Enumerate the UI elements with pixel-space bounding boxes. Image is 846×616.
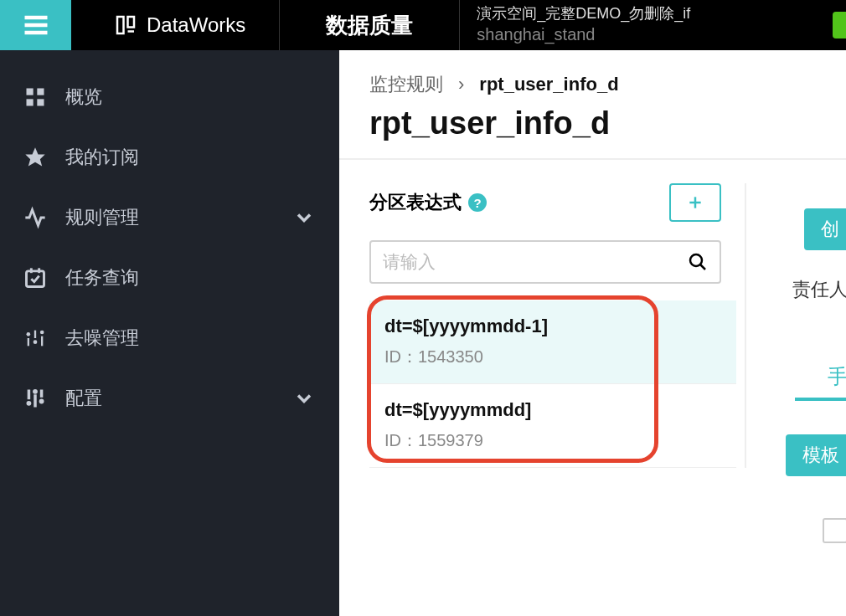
settings-icon: [23, 387, 47, 410]
search-icon: [688, 252, 708, 272]
brand: DataWorks: [71, 0, 279, 50]
sidebar-item-rules[interactable]: 规则管理: [0, 187, 339, 248]
svg-point-24: [33, 389, 38, 394]
plus-icon: [687, 194, 704, 211]
svg-point-23: [27, 401, 32, 406]
sidebar-item-noise[interactable]: 去噪管理: [0, 308, 339, 368]
svg-rect-19: [41, 336, 43, 346]
svg-point-25: [39, 399, 44, 404]
svg-rect-6: [27, 89, 34, 95]
sliders-icon: [23, 326, 47, 350]
create-rule-button[interactable]: 创: [804, 208, 846, 250]
template-button[interactable]: 模板: [786, 434, 846, 476]
breadcrumb-root[interactable]: 监控规则: [369, 72, 443, 97]
sidebar-item-overview[interactable]: 概览: [0, 67, 339, 127]
workspace-name: 演示空间_完整DEMO_勿删除_if: [477, 5, 816, 23]
page-title: rpt_user_info_d: [339, 105, 846, 158]
menu-toggle-button[interactable]: [0, 0, 71, 50]
partition-list: dt=$[yyyymmdd-1] ID：1543350 dt=$[yyyymmd…: [369, 300, 736, 468]
sidebar-item-label: 任务查询: [65, 265, 316, 290]
chevron-down-icon: [292, 387, 316, 410]
top-bar: DataWorks 数据质量 演示空间_完整DEMO_勿删除_if shangh…: [0, 0, 846, 50]
breadcrumb-current: rpt_user_info_d: [479, 74, 618, 95]
svg-rect-21: [34, 394, 37, 407]
partition-id: ID：1543350: [384, 346, 721, 368]
search-button[interactable]: [688, 252, 708, 272]
svg-point-14: [27, 332, 31, 336]
partition-expression: dt=$[yyyymmdd-1]: [384, 316, 721, 337]
svg-line-29: [700, 264, 705, 270]
svg-rect-17: [28, 338, 29, 346]
right-panel: 创 责任人 手 模板: [745, 183, 846, 468]
svg-rect-20: [28, 390, 31, 400]
partition-search[interactable]: [369, 240, 721, 284]
star-icon: [23, 146, 47, 169]
svg-rect-22: [40, 390, 44, 398]
status-badge: [833, 12, 846, 38]
svg-marker-10: [25, 147, 44, 166]
partition-item[interactable]: dt=$[yyyymmdd] ID：1559379: [369, 384, 736, 468]
activity-icon: [23, 206, 47, 229]
module-title: 数据质量: [279, 0, 460, 50]
sidebar: 概览 我的订阅 规则管理 任务查询 去噪管理 配置: [0, 50, 339, 616]
svg-rect-8: [27, 99, 34, 105]
grid-icon: [23, 85, 47, 109]
brand-text: DataWorks: [147, 13, 245, 37]
svg-rect-3: [117, 17, 124, 33]
breadcrumb: 监控规则 › rpt_user_info_d: [339, 50, 846, 105]
owner-label: 责任人: [792, 277, 846, 302]
partition-panel: 分区表达式 ? dt=$[yyyymmdd-1]: [369, 183, 736, 468]
svg-point-16: [40, 331, 44, 335]
sidebar-item-label: 去噪管理: [65, 326, 316, 351]
partition-item[interactable]: dt=$[yyyymmdd-1] ID：1543350: [369, 300, 736, 384]
tab-underline: [795, 398, 846, 401]
svg-rect-4: [128, 17, 135, 28]
svg-rect-18: [34, 331, 36, 338]
sidebar-item-subscriptions[interactable]: 我的订阅: [0, 127, 339, 187]
sidebar-item-label: 我的订阅: [65, 145, 316, 170]
sidebar-item-tasks[interactable]: 任务查询: [0, 248, 339, 308]
calendar-check-icon: [23, 266, 47, 290]
sidebar-item-label: 概览: [65, 85, 316, 110]
manual-tab[interactable]: 手: [828, 363, 846, 397]
content-row: 分区表达式 ? dt=$[yyyymmdd-1]: [339, 160, 846, 468]
main-layout: 概览 我的订阅 规则管理 任务查询 去噪管理 配置 监控规则 › rpt: [0, 50, 846, 616]
sidebar-item-label: 配置: [65, 386, 274, 411]
partition-heading: 分区表达式 ?: [369, 190, 487, 215]
breadcrumb-sep: ›: [458, 74, 464, 95]
checkbox[interactable]: [823, 518, 846, 543]
sidebar-item-label: 规则管理: [65, 205, 274, 230]
svg-point-28: [690, 254, 702, 266]
workspace-subname: shanghai_stand: [477, 23, 816, 45]
chevron-down-icon: [292, 206, 316, 229]
partition-id: ID：1559379: [384, 429, 721, 452]
partition-expression: dt=$[yyyymmdd]: [384, 399, 721, 421]
add-partition-button[interactable]: [669, 183, 721, 222]
svg-rect-7: [37, 89, 44, 95]
search-input[interactable]: [383, 252, 688, 272]
sidebar-item-settings[interactable]: 配置: [0, 368, 339, 429]
svg-point-15: [34, 340, 38, 344]
main-content: 监控规则 › rpt_user_info_d rpt_user_info_d 分…: [339, 50, 846, 616]
hamburger-icon: [21, 10, 51, 40]
help-icon[interactable]: ?: [468, 193, 487, 212]
dataworks-logo-icon: [113, 13, 138, 38]
workspace-selector[interactable]: 演示空间_完整DEMO_勿删除_if shanghai_stand: [460, 0, 833, 50]
svg-rect-9: [37, 99, 44, 105]
